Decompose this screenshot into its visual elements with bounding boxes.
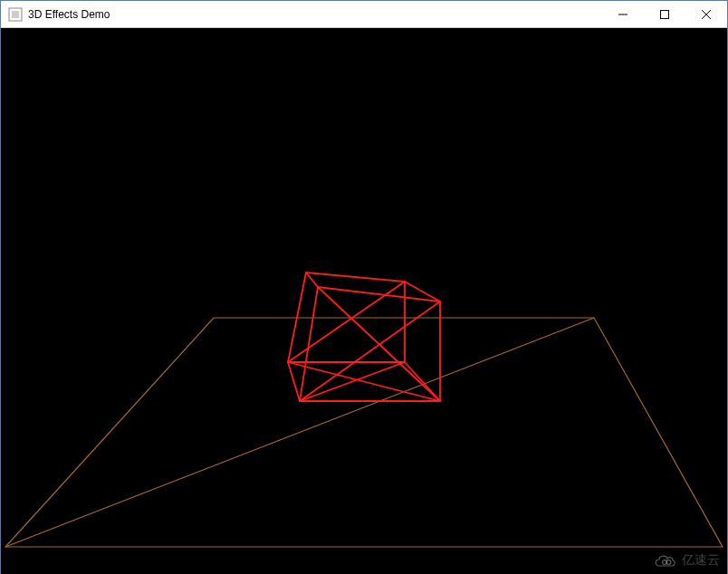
close-button[interactable] <box>685 1 727 27</box>
minimize-button[interactable] <box>602 1 644 27</box>
svg-rect-3 <box>661 10 669 18</box>
svg-rect-1 <box>12 11 19 18</box>
application-window: 3D Effects Demo 亿速云 <box>0 0 728 574</box>
window-title: 3D Effects Demo <box>28 1 110 28</box>
window-controls <box>602 1 727 27</box>
app-icon <box>8 7 23 22</box>
scene-canvas[interactable] <box>1 28 727 574</box>
titlebar[interactable]: 3D Effects Demo <box>1 1 727 28</box>
viewport[interactable]: 亿速云 <box>1 28 727 574</box>
maximize-button[interactable] <box>644 1 685 27</box>
